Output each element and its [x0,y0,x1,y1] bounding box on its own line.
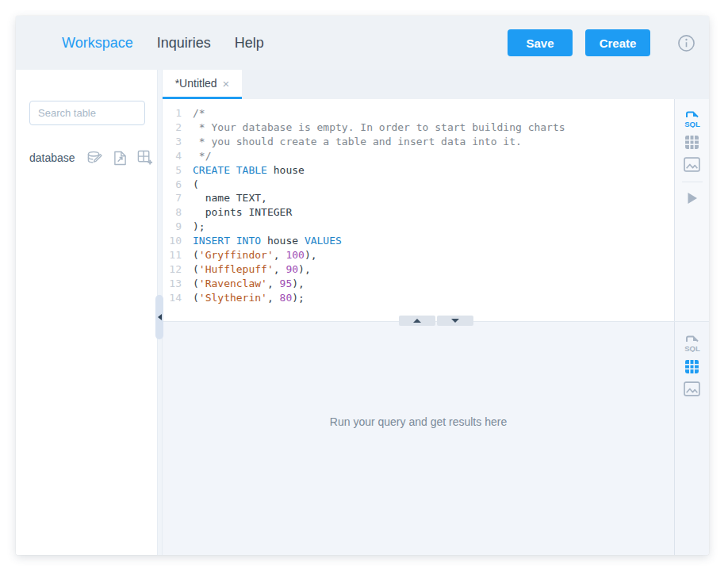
save-button[interactable]: Save [508,29,573,56]
line-numbers: 1234567891011121314 [163,99,186,321]
info-icon[interactable] [677,34,695,52]
horizontal-splitter [399,316,473,326]
header-actions: Save Create [508,29,695,56]
expand-up-button[interactable] [399,316,435,326]
database-row: database [29,150,157,166]
results-panel: Run your query and get results here SQL [163,321,709,555]
arrow-down-icon [451,319,459,323]
editor-panel: 1234567891011121314 /* * Your database i… [163,99,709,321]
table-view-icon[interactable] [684,359,699,374]
collapse-left-icon [158,314,162,320]
sql-view-icon[interactable]: SQL [683,109,702,128]
results-toolbar: SQL [674,322,709,555]
svg-text:SQL: SQL [684,344,700,353]
results-placeholder: Run your query and get results here [330,415,507,428]
file-import-icon[interactable] [113,151,127,166]
results-area: Run your query and get results here [163,322,674,555]
main-area: database [16,70,709,555]
chart-view-icon[interactable] [684,381,700,396]
search-input[interactable] [29,101,145,125]
nav-help[interactable]: Help [235,35,264,52]
arrow-up-icon [413,319,421,323]
add-table-icon[interactable] [137,150,153,166]
nav-inquiries[interactable]: Inquiries [157,35,211,52]
tab-title: *Untitled [175,77,217,90]
nav-workspace[interactable]: Workspace [62,35,133,52]
sql-view-icon[interactable]: SQL [683,333,702,352]
chart-view-icon[interactable] [684,157,700,172]
database-edit-icon[interactable] [86,151,103,166]
sidebar-collapse-handle[interactable] [155,295,163,339]
tab-close-icon[interactable]: × [223,77,230,90]
table-view-icon[interactable] [684,135,699,150]
sidebar: database [16,70,157,555]
header: Workspace Inquiries Help Save Create [16,16,709,70]
tab-untitled[interactable]: *Untitled × [163,70,242,99]
app-window: Workspace Inquiries Help Save Create dat… [16,16,709,555]
svg-text:SQL: SQL [684,120,700,128]
database-label: database [29,151,75,164]
expand-down-button[interactable] [437,316,473,326]
toolbar-divider [682,182,703,182]
tab-strip: *Untitled × [163,70,709,99]
editor-toolbar: SQL [674,99,709,321]
main-nav: Workspace Inquiries Help [62,35,264,52]
create-button[interactable]: Create [585,29,650,56]
run-query-icon[interactable] [687,192,698,205]
code-lines[interactable]: /* * Your database is empty. In order to… [186,99,674,321]
content-area: *Untitled × 1234567891011121314 /* * You… [163,70,709,555]
page: Workspace Inquiries Help Save Create dat… [0,0,728,574]
